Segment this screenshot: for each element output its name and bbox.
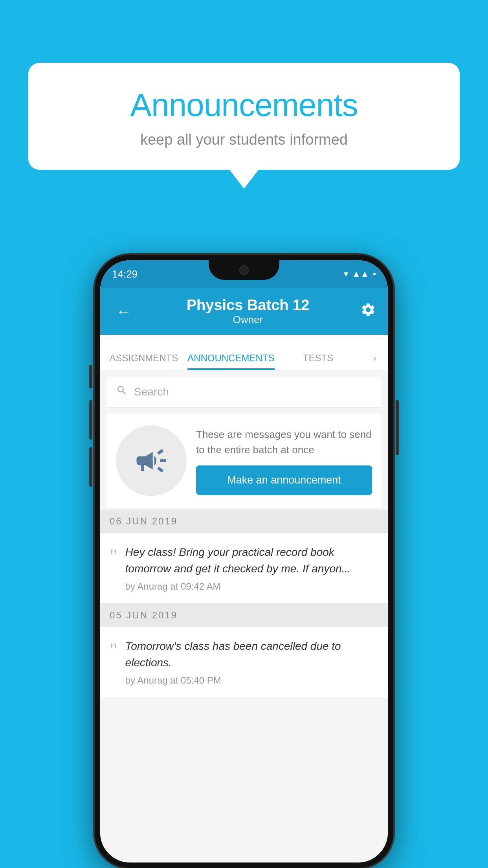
announcement-item-2[interactable]: " Tomorrow's class has been cancelled du… [100,627,388,697]
promo-icon-circle [116,425,187,496]
quote-icon-2: " [110,638,117,659]
search-placeholder: Search [134,386,169,398]
announcement-text-2: Tomorrow's class has been cancelled due … [125,638,378,671]
search-bar[interactable]: Search [106,377,382,407]
wifi-icon: ▾ [344,269,348,279]
settings-button[interactable] [360,302,376,321]
make-announcement-button[interactable]: Make an announcement [196,465,372,495]
announcement-text-1: Hey class! Bring your practical record b… [125,544,378,577]
speech-bubble: Announcements keep all your students inf… [28,63,460,170]
announcement-meta-1: by Anurag at 09:42 AM [125,581,378,592]
status-icons: ▾ ▲▲ ▪ [344,269,376,279]
tab-tests[interactable]: TESTS [275,353,362,370]
phone-screen: 14:29 ▾ ▲▲ ▪ ← Physics Batch 12 Owner [100,260,388,862]
signal-icon: ▲▲ [352,269,369,279]
announcement-meta-2: by Anurag at 05:40 PM [125,675,378,686]
app-bar: ← Physics Batch 12 Owner [100,288,388,335]
tab-announcements[interactable]: ANNOUNCEMENTS [187,353,275,370]
search-icon [116,384,128,399]
front-camera [239,265,249,275]
quote-icon-1: " [110,544,117,565]
app-bar-title: Physics Batch 12 [187,297,310,314]
tab-assignments[interactable]: ASSIGNMENTS [100,353,187,370]
speech-bubble-container: Announcements keep all your students inf… [28,63,460,170]
phone-outer: 14:29 ▾ ▲▲ ▪ ← Physics Batch 12 Owner [95,255,393,868]
tab-more[interactable]: › [361,353,388,370]
announcement-item-1[interactable]: " Hey class! Bring your practical record… [100,533,388,603]
announcement-promo: These are messages you want to send to t… [106,414,382,508]
volume-down-button [89,447,92,487]
volume-up-button [89,400,92,440]
bubble-subtitle: keep all your students informed [52,131,436,148]
date-divider-2: 05 JUN 2019 [100,603,388,627]
back-button[interactable]: ← [112,299,136,324]
tabs-bar: ASSIGNMENTS ANNOUNCEMENTS TESTS › [100,335,388,370]
content-area: Search These are messages you want to se… [100,370,388,862]
app-bar-center: Physics Batch 12 Owner [187,297,310,326]
status-time: 14:29 [112,268,138,280]
announcement-content-2: Tomorrow's class has been cancelled due … [125,638,378,686]
phone-notch [209,260,279,280]
date-divider-1: 06 JUN 2019 [100,509,388,533]
announcement-content-1: Hey class! Bring your practical record b… [125,544,378,592]
app-bar-subtitle: Owner [187,314,310,326]
power-button [396,400,399,455]
bubble-title: Announcements [52,86,436,123]
phone-device: 14:29 ▾ ▲▲ ▪ ← Physics Batch 12 Owner [95,255,393,868]
promo-right: These are messages you want to send to t… [196,427,372,495]
promo-description: These are messages you want to send to t… [196,427,372,458]
battery-icon: ▪ [373,269,376,279]
volume-silent-button [89,365,92,388]
